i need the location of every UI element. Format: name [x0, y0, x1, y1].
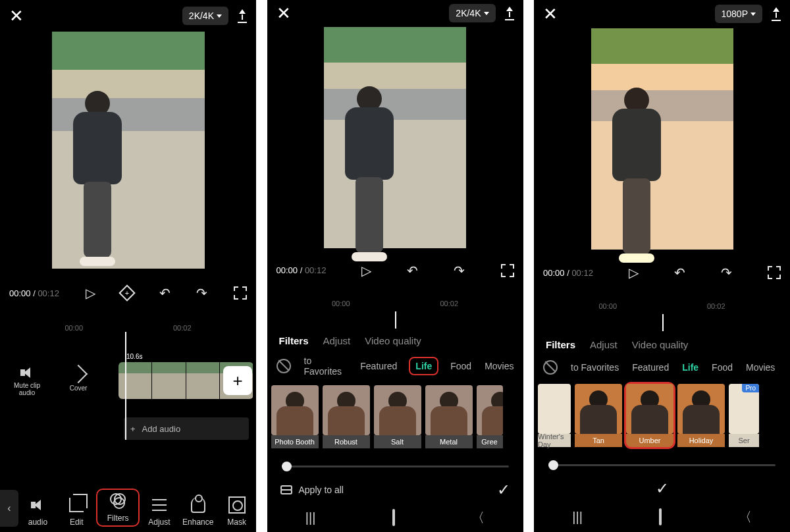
playhead[interactable]: [662, 314, 664, 331]
nav-back-icon[interactable]: 〈: [739, 508, 752, 526]
keyframe-icon[interactable]: +: [121, 287, 133, 299]
cat-movies[interactable]: Movies: [485, 361, 514, 371]
fullscreen-icon[interactable]: [234, 286, 247, 300]
cat-favorites[interactable]: to Favorites: [571, 362, 619, 373]
redo-icon[interactable]: ↷: [454, 263, 465, 279]
cat-life[interactable]: Life: [682, 362, 698, 373]
cat-featured[interactable]: Featured: [360, 361, 397, 371]
resolution-selector[interactable]: 2K/4K: [449, 4, 495, 22]
tool-audio[interactable]: audio: [18, 496, 57, 527]
resolution-label: 2K/4K: [456, 8, 481, 18]
undo-icon[interactable]: ↶: [407, 263, 418, 279]
chevron-down-icon: [484, 12, 489, 15]
playhead[interactable]: [395, 311, 396, 329]
undo-icon[interactable]: ↶: [674, 265, 685, 280]
filter-categories: to Favorites Featured Life Food Movies: [267, 353, 523, 379]
tool-filters[interactable]: Filters: [96, 489, 140, 527]
confirm-icon[interactable]: ✓: [656, 479, 669, 498]
undo-icon[interactable]: ↶: [159, 285, 171, 301]
tool-edit[interactable]: Edit: [57, 496, 96, 527]
export-icon[interactable]: [505, 7, 514, 20]
nav-recents-icon[interactable]: |||: [305, 510, 316, 525]
add-audio-button[interactable]: + Add audio: [124, 417, 249, 440]
cat-featured[interactable]: Featured: [632, 362, 669, 373]
toolbar-scroll-left[interactable]: ‹: [0, 490, 18, 527]
playback-time: 00:00 / 00:12: [9, 288, 59, 298]
filter-metal[interactable]: Metal: [425, 385, 473, 448]
close-icon[interactable]: ✕: [543, 5, 558, 22]
fullscreen-icon[interactable]: [768, 266, 781, 279]
tab-adjust[interactable]: Adjust: [323, 335, 351, 346]
nav-recents-icon[interactable]: |||: [572, 510, 583, 525]
no-filter-icon[interactable]: [543, 360, 558, 375]
filter-salt[interactable]: Salt: [374, 385, 421, 448]
redo-icon[interactable]: ↷: [721, 265, 732, 280]
audio-icon: [31, 500, 44, 510]
add-clip-button[interactable]: +: [223, 366, 252, 395]
tab-video-quality[interactable]: Video quality: [632, 339, 689, 350]
tool-adjust[interactable]: Adjust: [140, 496, 178, 527]
mask-icon: [228, 496, 246, 514]
redo-icon[interactable]: ↷: [196, 285, 207, 301]
phone-screen-3: ✕ 1080P 00:00 / 00:12 ▷ ↶ ↷ 00:0000:02: [534, 0, 790, 532]
video-preview[interactable]: [267, 27, 523, 248]
cover-button[interactable]: Cover: [59, 367, 97, 396]
cat-food[interactable]: Food: [712, 362, 733, 373]
filter-photo-booth[interactable]: Photo Booth: [271, 385, 319, 448]
enhance-icon: [191, 497, 205, 513]
apply-to-all-button[interactable]: Apply to all: [280, 485, 344, 495]
export-icon[interactable]: [772, 7, 781, 21]
chevron-down-icon: [750, 13, 756, 16]
filter-gree[interactable]: Gree: [477, 385, 503, 448]
filter-intensity-slider[interactable]: [534, 454, 790, 470]
tab-video-quality[interactable]: Video quality: [365, 335, 421, 346]
filter-robust[interactable]: Robust: [323, 385, 370, 448]
plus-icon: +: [130, 424, 136, 434]
confirm-icon[interactable]: ✓: [497, 481, 510, 499]
resolution-selector[interactable]: 1080P: [715, 5, 762, 23]
mute-clip-button[interactable]: Mute clip audio: [8, 367, 46, 396]
filter-holiday[interactable]: Holiday: [677, 384, 725, 447]
phone-screen-2: ✕ 2K/4K 00:00 / 00:12 ▷ ↶ ↷ 00:0000:02: [267, 0, 523, 532]
sliders-icon: [152, 499, 167, 511]
fullscreen-icon[interactable]: [501, 264, 514, 277]
play-icon[interactable]: ▷: [629, 265, 639, 280]
speaker-icon: [20, 367, 34, 378]
tab-filters[interactable]: Filters: [546, 339, 575, 350]
cat-favorites[interactable]: to Favorites: [304, 356, 348, 377]
filter-intensity-slider[interactable]: [267, 455, 523, 471]
nav-back-icon[interactable]: 〈: [471, 509, 485, 527]
play-icon[interactable]: ▷: [361, 263, 371, 279]
tool-enhance[interactable]: Enhance: [178, 496, 217, 527]
video-preview[interactable]: [534, 28, 790, 250]
close-icon[interactable]: ✕: [276, 5, 291, 22]
resolution-selector[interactable]: 2K/4K: [182, 7, 228, 25]
play-icon[interactable]: ▷: [86, 285, 95, 301]
timeline-ticks: 00:0000:02: [0, 324, 256, 332]
timeline-ticks: 00:0000:02: [534, 302, 790, 310]
tool-mask[interactable]: Mask: [217, 496, 256, 527]
playback-time: 00:00 / 00:12: [276, 265, 327, 275]
close-icon[interactable]: ✕: [9, 7, 24, 24]
timeline-ticks: 00:0000:02: [267, 300, 523, 307]
filter-thumbnails: Photo Booth Robust Salt Metal Gree: [267, 379, 523, 455]
tab-adjust[interactable]: Adjust: [590, 339, 618, 350]
android-nav-bar: ||| 〈: [534, 504, 790, 529]
filter-umber[interactable]: Umber: [626, 384, 673, 447]
playback-time: 00:00 / 00:12: [543, 268, 593, 278]
export-icon[interactable]: [238, 9, 247, 23]
clip-duration-badge: 10.6s: [124, 353, 145, 360]
no-filter-icon[interactable]: [276, 359, 291, 373]
cat-movies[interactable]: Movies: [746, 362, 775, 373]
playhead[interactable]: [125, 332, 126, 440]
filter-ser[interactable]: ProSer: [729, 384, 759, 447]
filter-winters-day[interactable]: Winter's Day: [538, 384, 571, 447]
nav-home-icon[interactable]: [659, 510, 662, 525]
crop-icon: [69, 498, 84, 512]
tab-filters[interactable]: Filters: [279, 335, 309, 346]
cat-life[interactable]: Life: [409, 357, 438, 375]
nav-home-icon[interactable]: [392, 510, 395, 525]
video-preview[interactable]: [0, 32, 256, 269]
cat-food[interactable]: Food: [450, 361, 471, 371]
filter-tan[interactable]: Tan: [575, 384, 622, 447]
